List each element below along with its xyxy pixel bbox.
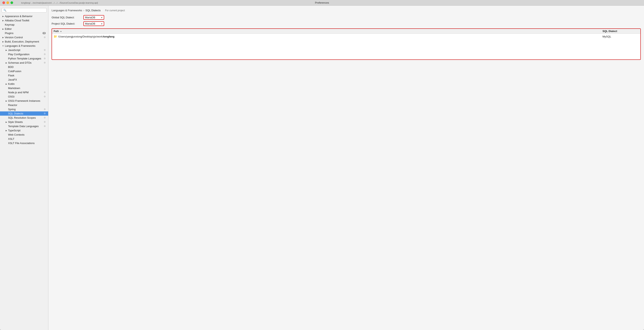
expand-arrow-icon: ▶: [5, 100, 8, 102]
sidebar-item-python-template-languages[interactable]: Python Template Languages⚙: [0, 56, 48, 61]
sidebar-item-bdd[interactable]: BDD: [0, 65, 48, 69]
gear-icon: ⚙: [44, 121, 46, 123]
sidebar-item-label: Node.js and NPM: [8, 91, 44, 94]
folder-icon: 📁: [54, 35, 57, 38]
sidebar-item-build-execution-deployment[interactable]: ▶Build, Execution, Deployment: [0, 40, 48, 44]
gear-icon: ⚙: [44, 95, 46, 98]
breadcrumb-current: SQL Dialects: [86, 9, 100, 12]
sidebar-item-label: Spring: [8, 108, 44, 111]
main-panel: Languages & Frameworks › SQL Dialects Fo…: [48, 6, 644, 330]
expand-arrow-icon: ▶: [5, 83, 8, 85]
close-button[interactable]: [2, 2, 5, 4]
search-bar[interactable]: 🔍: [2, 8, 46, 12]
gear-icon: ⚙: [44, 36, 46, 39]
expand-arrow-icon: ▼: [2, 45, 4, 47]
table-body: 📁 /Users/yangjunxiong/Desktop/yjx/work/t…: [52, 34, 640, 39]
sidebar-item-style-sheets[interactable]: ▶Style Sheets⚙: [0, 120, 48, 124]
for-project-label: For current project: [105, 9, 125, 12]
project-sql-dialect-select[interactable]: MariaDBMySQLPostgreSQLSQLiteH2OracleHSQL…: [84, 22, 104, 26]
project-sql-dialect-row: Project SQL Dialect: MariaDBMySQLPostgre…: [52, 21, 641, 26]
sidebar-item-reactor[interactable]: Reactor: [0, 103, 48, 107]
sidebar-item-osgi[interactable]: OSGi⚙: [0, 94, 48, 99]
sidebar-item-schemas-and-dtds[interactable]: ▶Schemas and DTDs⚙: [0, 61, 48, 65]
sidebar-item-label: Play Configuration: [8, 53, 44, 56]
expand-arrow-icon: ▶: [2, 20, 4, 22]
breadcrumb-parent: Languages & Frameworks: [52, 9, 82, 12]
global-sql-dialect-select[interactable]: MariaDBMySQLPostgreSQLSQLiteH2OracleHSQL…: [84, 16, 104, 19]
sidebar-item-label: Flask: [8, 74, 46, 77]
sidebar-item-label: Keymap: [5, 23, 46, 26]
sidebar-item-alibaba-cloud-toolkit[interactable]: ▶Alibaba Cloud Toolkit: [0, 18, 48, 22]
expand-arrow-icon: ▶: [2, 41, 4, 43]
global-sql-dialect-row: Global SQL Dialect: MariaDBMySQLPostgreS…: [52, 15, 641, 20]
table-empty-area: [52, 39, 640, 60]
sidebar-item-label: XSLT File Associations: [8, 142, 46, 145]
sidebar-item-sql-dialects[interactable]: SQL Dialects⚙: [0, 112, 48, 116]
sidebar-item-sql-resolution-scopes[interactable]: SQL Resolution Scopes⚙: [0, 116, 48, 120]
sidebar-item-play-configuration[interactable]: Play Configuration⚙: [0, 52, 48, 56]
sidebar-item-spring[interactable]: Spring⚙: [0, 107, 48, 112]
sidebar-item-xslt-file-associations[interactable]: XSLT File Associations: [0, 141, 48, 145]
sidebar-item-typescript[interactable]: ▶TypeScript: [0, 128, 48, 132]
minimize-button[interactable]: [6, 2, 9, 4]
path-text: /Users/yangjunxiong/Desktop/yjx/work/ton…: [58, 35, 114, 38]
sidebar-item-label: Python Template Languages: [8, 57, 44, 60]
sidebar-item-label: Template Data Languages: [8, 125, 44, 128]
sidebar-item-nodejs-npm[interactable]: Node.js and NPM⚙: [0, 90, 48, 94]
sidebar-item-label: Editor: [5, 28, 46, 30]
gear-icon: ⚙: [44, 112, 46, 115]
sidebar-item-label: JavaFX: [8, 78, 46, 81]
sidebar-item-kotlin[interactable]: ▶Kotlin: [0, 82, 48, 86]
gear-icon: ⚙: [44, 53, 46, 56]
preferences-window: tongfang/…/src/main/java/com/…/…/…/Sourc…: [0, 0, 644, 330]
maximize-button[interactable]: [10, 2, 13, 4]
sidebar: 🔍 ▶Appearance & Behavior▶Alibaba Cloud T…: [0, 6, 48, 330]
sidebar-item-version-control[interactable]: ▶Version Control⚙: [0, 35, 48, 40]
gear-icon: ⚙: [44, 62, 46, 64]
sidebar-item-web-contexts[interactable]: Web Contexts: [0, 132, 48, 137]
sidebar-item-label: TypeScript: [8, 129, 46, 132]
sidebar-item-label: OSGi Framework Instances: [8, 99, 46, 102]
table-header: Path ▲ SQL Dialect: [52, 29, 640, 34]
table-row[interactable]: 📁 /Users/yangjunxiong/Desktop/yjx/work/t…: [52, 34, 640, 39]
dialect-table: Path ▲ SQL Dialect 📁 /Users/yangjunxiong…: [52, 28, 641, 60]
sidebar-item-editor[interactable]: ▶Editor: [0, 27, 48, 31]
sidebar-item-label: Web Contexts: [8, 133, 46, 136]
sidebar-item-languages-frameworks[interactable]: ▼Languages & Frameworks: [0, 44, 48, 48]
sidebar-item-label: Appearance & Behavior: [5, 15, 46, 18]
sidebar-item-javascript[interactable]: ▶JavaScript⚙: [0, 48, 48, 52]
sidebar-item-label: SQL Resolution Scopes: [8, 116, 44, 119]
global-sql-dialect-select-wrapper[interactable]: MariaDBMySQLPostgreSQLSQLiteH2OracleHSQL…: [84, 15, 104, 20]
sort-arrow-icon: ▲: [60, 30, 62, 32]
dialect-column-header: SQL Dialect: [602, 30, 639, 33]
sidebar-item-label: OSGi: [8, 95, 44, 98]
sidebar-item-template-data-languages[interactable]: Template Data Languages⚙: [0, 124, 48, 128]
sidebar-item-label: Version Control: [5, 36, 44, 39]
search-input[interactable]: [7, 9, 45, 12]
sidebar-item-plugins[interactable]: Plugins8: [0, 31, 48, 35]
project-sql-dialect-select-wrapper[interactable]: MariaDBMySQLPostgreSQLSQLiteH2OracleHSQL…: [84, 21, 104, 26]
sidebar-item-keymap[interactable]: Keymap: [0, 22, 48, 27]
sidebar-item-coldfusion[interactable]: ColdFusion: [0, 69, 48, 73]
sidebar-item-markdown[interactable]: Markdown: [0, 86, 48, 90]
expand-arrow-icon: ▶: [5, 62, 8, 64]
global-sql-dialect-label: Global SQL Dialect:: [52, 16, 82, 19]
sidebar-items-container: ▶Appearance & Behavior▶Alibaba Cloud Too…: [0, 14, 48, 145]
sidebar-item-label: Languages & Frameworks: [5, 44, 46, 47]
gear-icon: ⚙: [44, 57, 46, 60]
sidebar-item-appearance-behavior[interactable]: ▶Appearance & Behavior: [0, 14, 48, 18]
sidebar-item-label: BDD: [8, 66, 46, 68]
sidebar-item-flask[interactable]: Flask: [0, 73, 48, 78]
sidebar-item-osgi-framework-instances[interactable]: ▶OSGi Framework Instances: [0, 99, 48, 103]
sidebar-item-xslt[interactable]: XSLT: [0, 137, 48, 141]
gear-icon: ⚙: [44, 108, 46, 110]
traffic-lights: [2, 2, 13, 4]
expand-arrow-icon: ▶: [5, 130, 8, 132]
breadcrumb: Languages & Frameworks › SQL Dialects Fo…: [52, 9, 641, 12]
sidebar-item-javafx[interactable]: JavaFX: [0, 78, 48, 82]
badge: 8: [42, 32, 46, 34]
sidebar-item-label: XSLT: [8, 138, 46, 140]
path-cell: 📁 /Users/yangjunxiong/Desktop/yjx/work/t…: [54, 35, 602, 38]
sidebar-item-label: ColdFusion: [8, 70, 46, 73]
sidebar-item-label: Build, Execution, Deployment: [5, 40, 46, 43]
